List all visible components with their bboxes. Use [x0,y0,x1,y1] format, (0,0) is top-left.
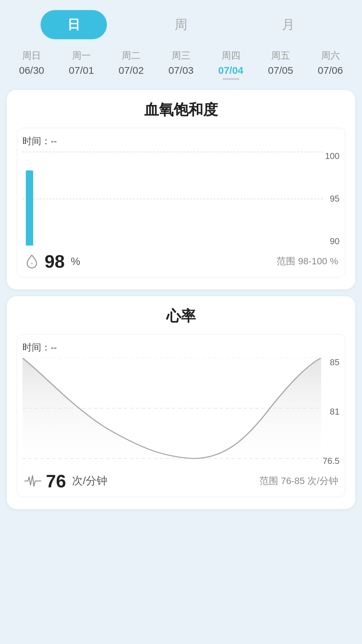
dow-4: 周四 [209,49,253,62]
spo2-footer: + 98 % 范围 98-100 % [22,251,340,272]
date-3[interactable]: 07/03 [159,65,203,83]
date-5[interactable]: 07/05 [259,65,302,83]
spo2-drop-icon: + [24,253,40,269]
hr-fill [22,358,321,465]
date-4[interactable]: 07/04 [209,65,253,83]
spo2-bar-area [22,152,323,246]
spo2-y-90: 90 [330,237,340,246]
hr-title: 心率 [17,306,345,326]
spo2-section: 血氧饱和度 时间：-- 100 95 90 [7,90,355,289]
spo2-chart-box: 时间：-- 100 95 90 [17,128,345,277]
hr-value-left: 76 次/分钟 [24,471,107,491]
spo2-time: 时间：-- [22,135,340,148]
spo2-chart-area: 100 95 90 [22,152,340,246]
hr-unit: 次/分钟 [72,474,107,488]
tab-month[interactable]: 月 [255,10,321,39]
spo2-unit: % [71,255,80,268]
hr-y-765: 76.5 [322,457,340,465]
dow-3: 周三 [159,49,203,62]
hr-svg-wrap [22,358,321,465]
hr-y-labels: 85 81 76.5 [321,358,340,465]
hr-range: 范围 76-85 次/分钟 [259,475,338,487]
hr-footer: 76 次/分钟 范围 76-85 次/分钟 [22,471,340,491]
weekday-row: 周日 周一 周二 周三 周四 周五 周六 [0,46,362,63]
dow-0: 周日 [10,49,53,62]
spo2-y-labels: 100 95 90 [323,152,340,246]
hr-y-81: 81 [330,407,340,416]
spo2-value: 98 [45,251,65,272]
period-tabs: 日 周 月 [0,0,362,46]
date-0[interactable]: 06/30 [10,65,53,83]
hr-section: 心率 时间：-- 85 81 76.5 [7,296,355,509]
hr-time: 时间：-- [22,341,340,354]
date-6[interactable]: 07/06 [309,65,352,83]
tab-week[interactable]: 周 [148,10,214,39]
spo2-title: 血氧饱和度 [17,100,345,120]
hr-y-85: 85 [330,358,340,367]
spo2-value-left: + 98 % [24,251,80,272]
tab-day[interactable]: 日 [41,10,107,39]
hr-ecg-icon [24,474,41,488]
svg-text:+: + [31,261,33,266]
hr-chart-area: 85 81 76.5 [22,358,340,465]
spo2-y-95: 95 [330,194,340,203]
date-2[interactable]: 07/02 [109,65,153,83]
spo2-y-100: 100 [325,152,340,160]
dow-6: 周六 [309,49,352,62]
dow-5: 周五 [259,49,302,62]
date-1[interactable]: 07/01 [60,65,103,83]
hr-svg [22,358,321,465]
hr-value: 76 [46,471,66,491]
spo2-bar [26,170,33,246]
hr-chart-box: 时间：-- 85 81 76.5 [17,334,345,497]
dow-2: 周二 [109,49,153,62]
dow-1: 周一 [60,49,103,62]
date-row: 06/30 07/01 07/02 07/03 07/04 07/05 07/0… [0,63,362,83]
spo2-range: 范围 98-100 % [277,255,338,268]
